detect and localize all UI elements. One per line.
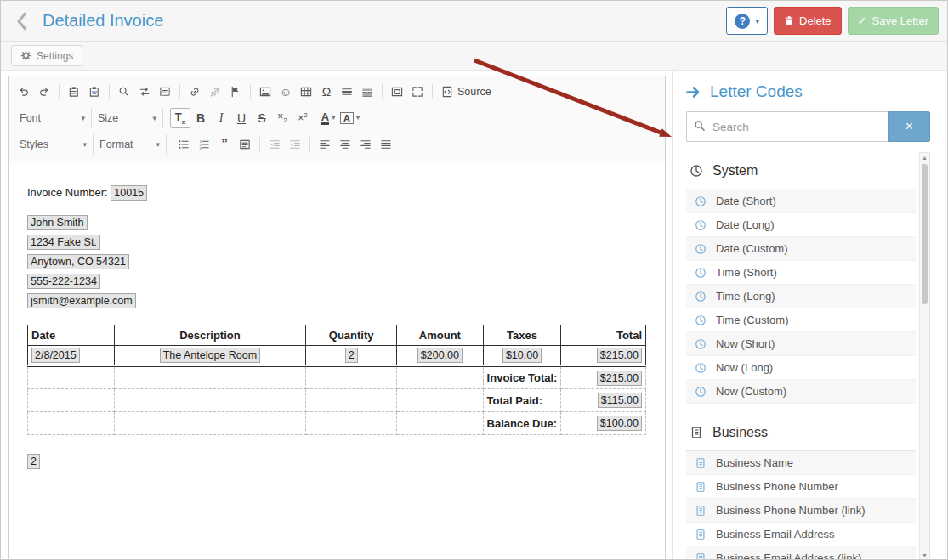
clock-icon [695, 243, 707, 255]
merge-field[interactable]: 2 [345, 348, 358, 363]
letter-code-item[interactable]: Date (Short) [686, 189, 916, 213]
letter-code-item[interactable]: Now (Custom) [686, 380, 916, 404]
redo-button[interactable] [34, 82, 54, 102]
maximize-button[interactable] [407, 82, 428, 102]
font-combo[interactable]: Font▾ [14, 108, 92, 128]
letter-code-item[interactable]: Business Email Address [686, 523, 916, 546]
table-button[interactable] [296, 82, 316, 102]
size-combo-label: Size [98, 112, 118, 124]
clear-search-button[interactable]: × [888, 111, 930, 142]
merge-field-page[interactable]: 2 [27, 454, 40, 469]
merge-field[interactable]: $200.00 [417, 348, 463, 363]
iframe-button[interactable] [387, 82, 407, 102]
special-char-button[interactable]: Ω [316, 82, 337, 102]
editor-content[interactable]: Invoice Number: 10015 John Smith1234 Fak… [9, 161, 665, 559]
letter-code-item[interactable]: Business Name [686, 451, 916, 475]
undo-button[interactable] [14, 82, 34, 102]
editor-toolbar: W ☺ Ω [9, 76, 665, 161]
horizontal-rule-button[interactable] [337, 82, 357, 102]
scroll-thumb[interactable] [922, 164, 928, 304]
paste-from-word-button[interactable]: W [84, 82, 105, 102]
letter-code-item[interactable]: Business Phone Number (link) [686, 499, 916, 523]
numbered-list-icon: 123 [198, 139, 210, 150]
letter-codes-title-text: Letter Codes [710, 82, 803, 101]
indent-button[interactable] [285, 134, 305, 155]
align-justify-button[interactable] [376, 134, 396, 155]
numbered-list-button[interactable]: 123 [194, 134, 214, 155]
smiley-button[interactable]: ☺ [275, 82, 296, 102]
align-left-button[interactable] [315, 134, 335, 155]
anchor-button[interactable] [225, 82, 246, 102]
size-combo[interactable]: Size▾ [92, 108, 163, 128]
align-right-button[interactable] [355, 134, 376, 155]
chevron-down-icon: ▾ [332, 114, 335, 122]
invoice-cell: $215.00 [561, 346, 646, 366]
merge-field[interactable]: $100.00 [597, 416, 642, 431]
italic-button[interactable]: I [211, 108, 231, 128]
underline-button[interactable]: U [231, 108, 252, 128]
search-input[interactable] [686, 111, 888, 142]
help-button[interactable]: ? ▾ [726, 7, 768, 35]
merge-field[interactable]: 1234 Fake St. [27, 235, 100, 250]
replace-button[interactable] [134, 82, 155, 102]
select-all-button[interactable] [155, 82, 175, 102]
letter-code-item[interactable]: Now (Short) [686, 332, 916, 356]
merge-field[interactable]: $115.00 [598, 393, 642, 408]
letter-code-item[interactable]: Date (Long) [686, 213, 916, 237]
merge-field[interactable]: 555-222-1234 [27, 274, 100, 289]
back-button[interactable] [9, 8, 34, 34]
blockquote-button[interactable]: ” [214, 134, 235, 155]
merge-field[interactable]: 2/8/2015 [31, 348, 80, 363]
merge-field-invoice-number[interactable]: 10015 [111, 185, 147, 201]
settings-button[interactable]: Settings [11, 45, 82, 66]
merge-field[interactable]: John Smith [27, 215, 88, 230]
delete-button[interactable]: Delete [774, 7, 842, 35]
scrollbar[interactable]: ▲ ▼ [919, 152, 930, 560]
format-combo[interactable]: Format▾ [94, 134, 167, 155]
link-button[interactable] [184, 82, 205, 102]
merge-field[interactable]: $10.00 [502, 348, 542, 363]
letter-code-item[interactable]: Now (Long) [686, 356, 916, 380]
image-button[interactable] [255, 82, 275, 102]
empty-cell [397, 366, 483, 389]
merge-field[interactable]: $215.00 [597, 348, 642, 363]
bulleted-list-button[interactable] [173, 134, 194, 155]
bold-button[interactable]: B [190, 108, 211, 128]
remove-format-button[interactable]: Tx [170, 108, 190, 128]
superscript-button[interactable]: ×2 [292, 108, 313, 128]
toolbar-separator [259, 137, 260, 152]
merge-field[interactable]: Anytown, CO 54321 [27, 254, 129, 269]
merge-field[interactable]: jsmith@example.com [27, 293, 136, 308]
invoice-column-header: Description [114, 325, 306, 346]
letter-code-item[interactable]: Date (Custom) [686, 237, 916, 261]
recipient-line: 1234 Fake St. [27, 234, 646, 251]
page-break-button[interactable] [357, 82, 377, 102]
align-left-icon [319, 139, 331, 150]
align-center-button[interactable] [335, 134, 355, 155]
strikethrough-button[interactable]: S [252, 108, 272, 128]
merge-field[interactable]: $215.00 [597, 371, 642, 386]
text-color-button[interactable]: A▾ [318, 108, 338, 128]
scroll-down-arrow[interactable]: ▼ [920, 552, 929, 558]
letter-code-item[interactable]: Time (Custom) [686, 308, 916, 332]
merge-field[interactable]: The Antelope Room [160, 348, 261, 363]
letter-code-item[interactable]: Business Phone Number [686, 475, 916, 499]
letter-code-item[interactable]: Time (Short) [686, 261, 916, 285]
invoice-column-header: Taxes [483, 325, 561, 346]
letter-code-item[interactable]: Business Email Address (link) [686, 546, 916, 560]
background-color-icon: A [340, 112, 354, 124]
find-button[interactable] [114, 82, 134, 102]
trash-icon [784, 15, 794, 26]
paste-button[interactable] [64, 82, 84, 102]
subscript-button[interactable]: ×2 [272, 108, 292, 128]
scroll-up-arrow[interactable]: ▲ [920, 155, 929, 161]
outdent-button[interactable] [264, 134, 285, 155]
background-color-button[interactable]: A▾ [338, 108, 361, 128]
unlink-button[interactable] [205, 82, 225, 102]
styles-combo[interactable]: Styles▾ [14, 134, 94, 155]
source-button[interactable]: Source [437, 82, 496, 102]
save-letter-button[interactable]: ✓ Save Letter [848, 7, 939, 35]
letter-code-item[interactable]: Time (Long) [686, 285, 916, 308]
create-div-button[interactable] [235, 134, 255, 155]
empty-cell [306, 389, 397, 412]
